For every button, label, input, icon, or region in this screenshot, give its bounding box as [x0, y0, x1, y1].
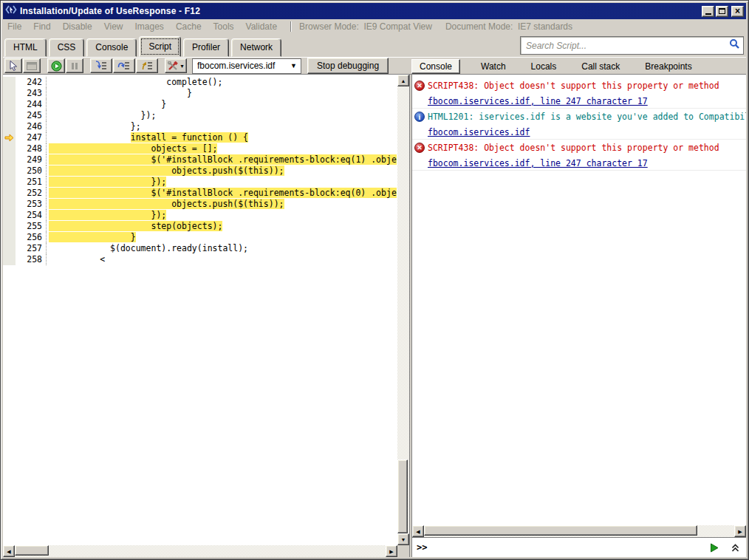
breakpoint-margin[interactable] — [3, 188, 16, 199]
scroll-right-icon[interactable]: ▶ — [386, 545, 397, 557]
break-on-window-button[interactable] — [23, 58, 41, 73]
menu-item-find[interactable]: Find — [33, 21, 50, 32]
code-horizontal-scrollbar[interactable]: ◀ ▶ — [3, 545, 409, 557]
search-input[interactable] — [526, 41, 729, 51]
titlebar[interactable]: Installation/Update of UseResponse - F12… — [3, 3, 746, 19]
vscroll-thumb[interactable] — [397, 460, 408, 533]
console-message-source-row: fbocom.iservices.idf, line 247 character… — [414, 156, 746, 168]
scroll-up-icon[interactable]: ▲ — [397, 75, 409, 86]
console-message-text: HTML1201: iservices.idf is a website you… — [428, 112, 746, 122]
breakpoint-margin[interactable] — [3, 110, 16, 121]
breakpoint-margin[interactable] — [3, 132, 16, 143]
breakpoint-margin[interactable] — [3, 165, 16, 177]
breakpoint-margin[interactable] — [3, 77, 16, 88]
hscroll-track[interactable] — [424, 525, 734, 537]
line-number: 255 — [16, 221, 47, 232]
menu-item-tools[interactable]: Tools — [213, 21, 234, 32]
code-text: step(objects); — [47, 221, 397, 232]
tab-profiler[interactable]: Profiler — [183, 38, 229, 57]
scroll-right-icon[interactable]: ▶ — [734, 525, 746, 537]
current-statement-highlight: install = function () { — [131, 132, 248, 143]
scroll-down-icon[interactable]: ▼ — [397, 533, 409, 545]
line-number: 254 — [16, 210, 47, 221]
console-tab-locals[interactable]: Locals — [524, 60, 564, 73]
step-out-button[interactable] — [136, 58, 158, 73]
current-statement-highlight: }); — [49, 177, 166, 187]
tab-console[interactable]: Console — [86, 38, 137, 57]
tab-script[interactable]: Script — [139, 36, 181, 57]
scroll-left-icon[interactable]: ◀ — [412, 525, 424, 537]
script-file-dropdown[interactable]: fbocom.iservices.idf ▼ — [192, 58, 301, 74]
breakpoint-margin[interactable] — [3, 177, 16, 188]
current-statement-highlight: objects.push($(this)); — [49, 199, 284, 209]
line-number: 244 — [16, 99, 47, 110]
console-input-row[interactable]: >> — [412, 537, 746, 557]
console-source-link[interactable]: fbocom.iservices.idf — [428, 127, 530, 137]
code-line: 258 < — [3, 254, 397, 265]
hscroll-thumb[interactable] — [15, 545, 49, 556]
step-over-button[interactable] — [113, 58, 135, 73]
menu-item-view[interactable]: View — [104, 21, 123, 32]
console-message-row: ✕SCRIPT438: Object doesn't support this … — [414, 80, 746, 92]
close-icon: × — [735, 7, 740, 16]
code-line: 252 $('#installBlock .requirements-block… — [3, 188, 397, 199]
line-number: 243 — [16, 88, 47, 99]
console-tab-call-stack[interactable]: Call stack — [574, 60, 627, 73]
menu-item-validate[interactable]: Validate — [246, 21, 277, 32]
tab-network[interactable]: Network — [231, 38, 281, 57]
scroll-left-icon[interactable]: ◀ — [3, 545, 15, 557]
console-tab-watch[interactable]: Watch — [473, 60, 513, 73]
hscroll-thumb[interactable] — [424, 525, 697, 536]
breakpoint-margin[interactable] — [3, 232, 16, 243]
console-tab-breakpoints[interactable]: Breakpoints — [637, 60, 699, 73]
multiline-mode-button[interactable] — [728, 542, 742, 553]
code-vertical-scrollbar[interactable]: ▲ ▼ — [397, 75, 409, 545]
search-icon[interactable] — [729, 38, 740, 52]
maximize-button[interactable] — [716, 6, 728, 17]
menu-item-disable[interactable]: Disable — [63, 21, 92, 32]
f12-developer-tools-window: Installation/Update of UseResponse - F12… — [0, 0, 749, 560]
breakpoint-margin[interactable] — [3, 210, 16, 221]
code-line: 245 }); — [3, 110, 397, 121]
breakpoint-margin[interactable] — [3, 199, 16, 210]
hscroll-track[interactable] — [15, 545, 386, 557]
code-text: } — [47, 232, 397, 243]
breakpoint-margin[interactable] — [3, 154, 16, 165]
break-all-button[interactable] — [66, 58, 83, 73]
tab-css[interactable]: CSS — [49, 38, 85, 57]
console-tab-console[interactable]: Console — [411, 59, 460, 74]
select-element-button[interactable] — [4, 58, 22, 73]
minimize-button[interactable] — [702, 6, 714, 17]
breakpoint-margin[interactable] — [3, 88, 16, 99]
code-line: 243 } — [3, 88, 397, 99]
step-into-button[interactable] — [90, 58, 112, 73]
console-horizontal-scrollbar[interactable]: ◀ ▶ — [412, 525, 746, 537]
run-script-button[interactable] — [708, 542, 721, 553]
maximize-icon — [719, 8, 725, 14]
code-line: 254 }); — [3, 210, 397, 221]
breakpoint-margin[interactable] — [3, 121, 16, 132]
stop-debugging-button[interactable]: Stop debugging — [307, 58, 389, 74]
breakpoint-margin[interactable] — [3, 221, 16, 232]
step-over-icon — [117, 61, 131, 71]
breakpoint-margin[interactable] — [3, 143, 16, 154]
code-line: 251 }); — [3, 177, 397, 188]
chevrons-up-icon — [731, 543, 740, 553]
line-number: 250 — [16, 165, 47, 177]
menu-item-file[interactable]: File — [7, 21, 21, 32]
console-source-link[interactable]: fbocom.iservices.idf, line 247 character… — [428, 158, 648, 168]
menu-item-cache[interactable]: Cache — [176, 21, 202, 32]
menu-item-images[interactable]: Images — [135, 21, 164, 32]
breakpoint-margin[interactable] — [3, 254, 16, 265]
debug-tools-dropdown-button[interactable]: ▾ — [165, 58, 187, 73]
console-source-link[interactable]: fbocom.iservices.idf, line 247 character… — [428, 96, 648, 106]
step-out-icon — [140, 61, 154, 71]
code-editor[interactable]: 242 complete();243 }244 }245 });246 };24… — [3, 75, 397, 545]
continue-button[interactable] — [47, 58, 65, 73]
vscroll-track[interactable] — [397, 86, 409, 533]
pause-icon — [71, 62, 78, 70]
breakpoint-margin[interactable] — [3, 243, 16, 254]
close-button[interactable]: × — [731, 6, 744, 17]
tab-html[interactable]: HTML — [4, 38, 47, 57]
breakpoint-margin[interactable] — [3, 99, 16, 110]
